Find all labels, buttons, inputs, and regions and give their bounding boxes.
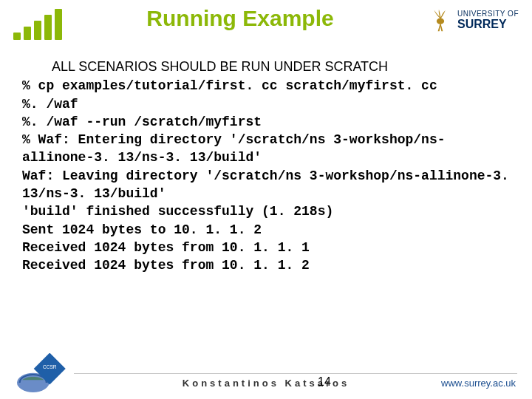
code-line: % cp examples/tutorial/first. cc scratch…: [22, 77, 510, 95]
code-line: %. /waf: [22, 95, 510, 113]
code-line: Sent 1024 bytes to 10. 1. 1. 2: [22, 221, 510, 239]
code-line: Received 1024 bytes from 10. 1. 1. 2: [22, 256, 510, 274]
ccsr-logo-icon: CCSR: [10, 353, 66, 396]
code-line: Waf: Leaving directory '/scratch/ns 3-wo…: [22, 167, 510, 203]
svg-point-0: [437, 18, 444, 24]
stag-icon: [428, 7, 453, 33]
university-logo: UNIVERSITY OF SURREY: [428, 7, 519, 33]
slide: Running Example UNIVERSITY OF SURREY ALL…: [0, 0, 532, 399]
university-logo-text: UNIVERSITY OF SURREY: [457, 10, 519, 31]
slide-body: ALL SCENARIOS SHOULD BE RUN UNDER SCRATC…: [22, 58, 510, 275]
page-title: Running Example: [81, 6, 399, 31]
code-line: Received 1024 bytes from 10. 1. 1. 1: [22, 239, 510, 256]
body-caption: ALL SCENARIOS SHOULD BE RUN UNDER SCRATC…: [52, 58, 510, 75]
bars-logo-icon: [13, 9, 62, 40]
code-line: %. /waf --run /scratch/myfirst: [22, 113, 510, 131]
logo-bottom-line: SURREY: [457, 18, 519, 31]
footer: CCSR Konstantinos Katsaros 14 www.surrey…: [0, 353, 532, 399]
page-number: 14: [318, 375, 331, 389]
footer-divider: [74, 373, 517, 374]
logo-top-line: UNIVERSITY OF: [457, 10, 519, 18]
footer-url: www.surrey.ac.uk: [441, 378, 516, 389]
code-block: % cp examples/tutorial/first. cc scratch…: [22, 77, 510, 274]
code-line: % Waf: Entering directory '/scratch/ns 3…: [22, 131, 510, 167]
svg-text:CCSR: CCSR: [43, 364, 57, 369]
code-line: 'build' finished successfully (1. 218s): [22, 202, 510, 220]
